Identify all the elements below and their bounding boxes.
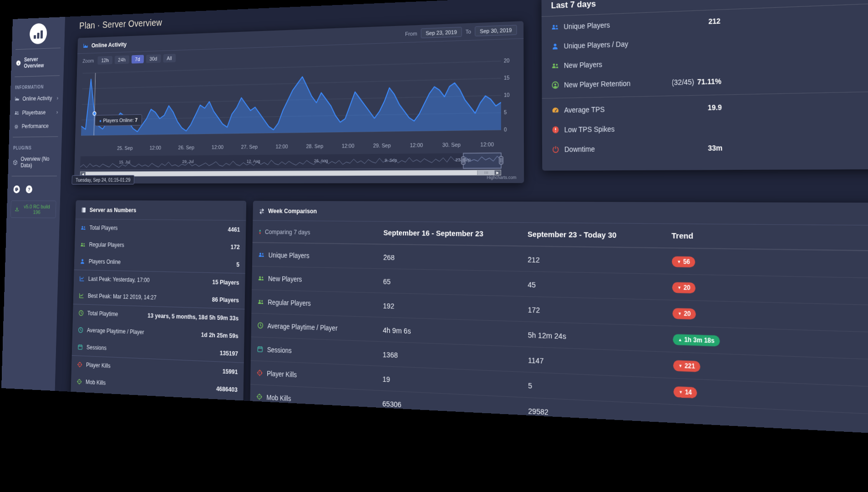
caret-down-icon: ▼: [677, 259, 681, 264]
theme-palette-icon[interactable]: [13, 185, 20, 193]
trend-badge: ▼14: [674, 386, 697, 398]
chevron-right-icon: ›: [56, 108, 58, 115]
week2-value: 172: [528, 305, 540, 314]
from-date-input[interactable]: [421, 27, 462, 38]
tooltip-value: 7: [135, 117, 137, 123]
chart-scrollbar[interactable]: ◀ ▶: [80, 170, 501, 177]
plan-logo[interactable]: [30, 23, 47, 45]
sidebar-section-label: PLUGINS: [9, 140, 62, 152]
sidebar-item-playerbase[interactable]: Playerbase›: [10, 105, 63, 120]
trend-cell: ▼221: [673, 359, 700, 372]
users-icon: [258, 274, 264, 282]
help-icon[interactable]: ?: [26, 185, 33, 193]
navigator-tick: 23. Sep: [452, 157, 475, 163]
row-label: New Player Retention: [564, 79, 630, 89]
users-icon: [258, 298, 264, 306]
alert-icon: [552, 126, 559, 134]
zoom-12h-button[interactable]: 12h: [98, 56, 112, 65]
to-date-input[interactable]: [475, 25, 517, 36]
week1-value: 192: [383, 301, 394, 310]
zoom-24h-button[interactable]: 24h: [114, 56, 129, 64]
row-value: 135197: [220, 349, 238, 357]
online-activity-chart[interactable]: [81, 57, 501, 139]
info-icon: [16, 60, 21, 67]
chart-area-icon: [83, 42, 88, 49]
chart-navigator[interactable]: [80, 153, 501, 171]
week2-value: 29582: [528, 406, 548, 416]
chart-icon: [79, 275, 85, 282]
info-icon: [16, 60, 21, 67]
trend-badge: ▲1h 3m 18s: [673, 334, 720, 346]
week2-value: 1147: [528, 355, 544, 364]
sidebar-item-performance[interactable]: Performance: [9, 119, 62, 133]
last7-group: Unique Players212Unique Players / DayNew…: [542, 3, 868, 95]
row-label: Low TPS Spikes: [564, 125, 615, 134]
crosshair-time-label: Tuesday, Sep 24, 01:15-01:29: [71, 175, 134, 184]
chart-icon: [79, 292, 84, 299]
users-icon: [551, 23, 559, 31]
server-as-numbers-card: Server as Numbers Total Players4461Regul…: [70, 200, 247, 437]
clock-icon: [78, 310, 84, 317]
clock-icon: [78, 327, 83, 333]
highcharts-credit: Highcharts.com: [487, 175, 516, 180]
x-axis-tick: 12:00: [474, 141, 500, 148]
caret-down-icon: ▼: [679, 390, 683, 395]
server-as-numbers-header: Server as Numbers: [76, 200, 247, 221]
zoom-all-button[interactable]: All: [163, 54, 175, 62]
user-icon: [551, 42, 559, 50]
chevron-right-icon: ›: [56, 94, 58, 101]
row-label: Deaths: [256, 416, 285, 426]
calendar-icon: [257, 345, 263, 353]
scrollbar-thumb[interactable]: [477, 170, 495, 175]
page-title: Plan · Server Overview: [79, 17, 162, 31]
zoom-label: Zoom: [82, 58, 94, 64]
zoom-30d-button[interactable]: 30d: [146, 54, 161, 63]
gauge-icon: [552, 106, 559, 114]
book-icon: [81, 206, 86, 213]
sidebar-item-overview-no-data-[interactable]: Overview (No Data): [8, 152, 61, 172]
navigator-plot[interactable]: [80, 153, 501, 171]
usercircle-icon: [551, 81, 559, 89]
comparing-label: ▲▼ Comparing 7 days: [259, 228, 310, 236]
week2-value: 212: [528, 255, 540, 264]
last-7-days-card: Last 7 days Unique Players212Unique Play…: [542, 0, 868, 171]
navigator-tick: 12. Aug: [243, 158, 264, 164]
sidebar-item-label: Server Overview: [24, 56, 59, 69]
sidebar-item-label: Playerbase: [22, 109, 46, 116]
week-comparison-card: Week Comparison ▲▼ Comparing 7 days Sept…: [249, 201, 868, 436]
row-label: Unique Players / Day: [564, 40, 629, 50]
table-row: Downtime33m: [542, 136, 868, 159]
row-value: 172: [231, 243, 240, 250]
x-axis-tick: 12:00: [336, 143, 360, 149]
calendar-icon: [77, 343, 83, 350]
row-label: Mob Kills: [86, 379, 106, 386]
card-title: Week Comparison: [268, 207, 317, 215]
y-axis-tick: 10: [504, 92, 521, 98]
row-value: 4461: [228, 226, 240, 233]
scrollbar-right-arrow-icon[interactable]: ▶: [495, 170, 501, 175]
y-axis-tick: 5: [504, 109, 521, 115]
row-label: Regular Players: [258, 297, 311, 307]
row-label: Mob Kills: [256, 393, 291, 402]
sidebar-item-online-activity[interactable]: Online Activity›: [10, 91, 63, 106]
users-icon: [258, 251, 264, 258]
version-button[interactable]: v5.0 RC build 196: [10, 200, 56, 218]
chart-plot[interactable]: [81, 57, 501, 139]
row-label: New Players: [258, 274, 302, 283]
week1-value: 268: [383, 252, 395, 261]
sidebar-item-server-overview[interactable]: Server Overview: [11, 51, 64, 73]
sort-icon: ▲▼: [259, 229, 262, 235]
exchange-icon: [259, 207, 265, 214]
row-label: Players Online: [89, 258, 121, 266]
caret-down-icon: ▼: [678, 311, 682, 316]
trend-cell: ▼56: [672, 256, 695, 267]
divider: [15, 75, 60, 77]
crosshair-icon: [256, 393, 263, 400]
zoom-7d-button[interactable]: 7d: [132, 55, 144, 63]
chartarea-icon: [15, 96, 20, 102]
row-label: Unique Players: [563, 21, 610, 31]
row-label: Total Playtime: [87, 310, 118, 318]
download-icon: [15, 207, 19, 212]
sidebar-section-label: INFORMATION: [10, 79, 63, 92]
users-icon: [81, 225, 86, 231]
